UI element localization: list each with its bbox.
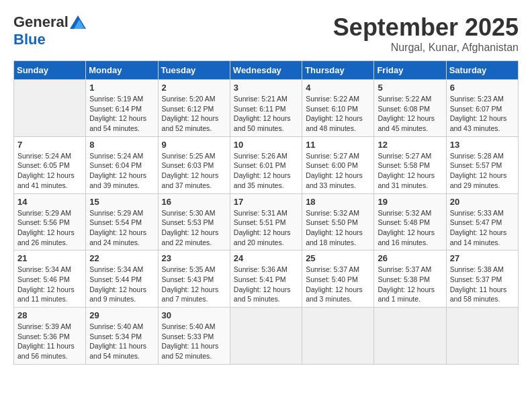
day-number: 24 <box>234 253 298 263</box>
weekday-header-monday: Monday <box>86 61 158 80</box>
calendar-week-4: 21Sunrise: 5:34 AM Sunset: 5:46 PM Dayli… <box>14 250 519 308</box>
day-number: 27 <box>450 253 515 263</box>
day-info: Sunrise: 5:19 AM Sunset: 6:14 PM Dayligh… <box>89 94 154 134</box>
calendar-cell: 11Sunrise: 5:27 AM Sunset: 6:00 PM Dayli… <box>302 136 374 193</box>
calendar-cell: 18Sunrise: 5:32 AM Sunset: 5:50 PM Dayli… <box>302 193 374 250</box>
calendar-cell: 28Sunrise: 5:39 AM Sunset: 5:36 PM Dayli… <box>14 308 86 365</box>
day-number: 6 <box>450 83 515 93</box>
day-info: Sunrise: 5:20 AM Sunset: 6:12 PM Dayligh… <box>162 94 226 134</box>
month-title: September 2025 <box>333 13 519 42</box>
weekday-header-saturday: Saturday <box>446 61 518 80</box>
calendar-cell: 13Sunrise: 5:28 AM Sunset: 5:57 PM Dayli… <box>446 136 518 193</box>
calendar-cell: 25Sunrise: 5:37 AM Sunset: 5:40 PM Dayli… <box>302 250 374 308</box>
calendar-cell: 12Sunrise: 5:27 AM Sunset: 5:58 PM Dayli… <box>374 136 446 193</box>
day-number: 30 <box>162 310 226 320</box>
weekday-header-wednesday: Wednesday <box>230 61 302 80</box>
day-info: Sunrise: 5:27 AM Sunset: 6:00 PM Dayligh… <box>306 151 370 191</box>
day-info: Sunrise: 5:21 AM Sunset: 6:11 PM Dayligh… <box>234 94 298 134</box>
day-number: 5 <box>378 83 442 93</box>
day-number: 14 <box>17 197 82 207</box>
calendar-cell: 24Sunrise: 5:36 AM Sunset: 5:41 PM Dayli… <box>230 250 302 308</box>
calendar-cell: 22Sunrise: 5:34 AM Sunset: 5:44 PM Dayli… <box>86 250 158 308</box>
day-number: 16 <box>162 197 226 207</box>
day-number: 7 <box>17 140 82 150</box>
day-number: 21 <box>17 253 82 263</box>
calendar-cell: 16Sunrise: 5:30 AM Sunset: 5:53 PM Dayli… <box>158 193 230 250</box>
day-info: Sunrise: 5:36 AM Sunset: 5:41 PM Dayligh… <box>234 265 298 304</box>
day-number: 15 <box>89 197 154 207</box>
calendar-week-2: 7Sunrise: 5:24 AM Sunset: 6:05 PM Daylig… <box>14 136 519 193</box>
day-info: Sunrise: 5:35 AM Sunset: 5:43 PM Dayligh… <box>162 265 226 304</box>
day-number: 17 <box>234 197 298 207</box>
logo: General Blue <box>13 13 86 48</box>
day-info: Sunrise: 5:24 AM Sunset: 6:05 PM Dayligh… <box>17 151 82 191</box>
day-info: Sunrise: 5:30 AM Sunset: 5:53 PM Dayligh… <box>162 208 226 248</box>
calendar-cell: 2Sunrise: 5:20 AM Sunset: 6:12 PM Daylig… <box>158 80 230 137</box>
calendar-cell <box>374 308 446 365</box>
day-number: 1 <box>89 83 154 93</box>
day-info: Sunrise: 5:27 AM Sunset: 5:58 PM Dayligh… <box>378 151 442 191</box>
weekday-header-thursday: Thursday <box>302 61 374 80</box>
logo-blue-text: Blue <box>13 31 46 48</box>
day-info: Sunrise: 5:25 AM Sunset: 6:03 PM Dayligh… <box>162 151 226 191</box>
calendar-cell: 23Sunrise: 5:35 AM Sunset: 5:43 PM Dayli… <box>158 250 230 308</box>
day-number: 9 <box>162 140 226 150</box>
calendar-cell: 9Sunrise: 5:25 AM Sunset: 6:03 PM Daylig… <box>158 136 230 193</box>
day-number: 3 <box>234 83 298 93</box>
day-number: 12 <box>378 140 442 150</box>
day-number: 22 <box>89 253 154 263</box>
day-info: Sunrise: 5:23 AM Sunset: 6:07 PM Dayligh… <box>450 94 515 134</box>
calendar-body: 1Sunrise: 5:19 AM Sunset: 6:14 PM Daylig… <box>14 80 519 365</box>
calendar-cell: 3Sunrise: 5:21 AM Sunset: 6:11 PM Daylig… <box>230 80 302 137</box>
calendar-cell <box>230 308 302 365</box>
day-info: Sunrise: 5:24 AM Sunset: 6:04 PM Dayligh… <box>89 151 154 191</box>
calendar-table: SundayMondayTuesdayWednesdayThursdayFrid… <box>13 60 519 365</box>
day-number: 4 <box>306 83 370 93</box>
calendar-cell: 30Sunrise: 5:40 AM Sunset: 5:33 PM Dayli… <box>158 308 230 365</box>
calendar-cell: 10Sunrise: 5:26 AM Sunset: 6:01 PM Dayli… <box>230 136 302 193</box>
day-number: 23 <box>162 253 226 263</box>
location-title: Nurgal, Kunar, Afghanistan <box>333 42 519 54</box>
day-info: Sunrise: 5:34 AM Sunset: 5:44 PM Dayligh… <box>89 265 154 304</box>
calendar-cell: 19Sunrise: 5:32 AM Sunset: 5:48 PM Dayli… <box>374 193 446 250</box>
calendar-cell: 1Sunrise: 5:19 AM Sunset: 6:14 PM Daylig… <box>86 80 158 137</box>
day-info: Sunrise: 5:29 AM Sunset: 5:54 PM Dayligh… <box>89 208 154 248</box>
weekday-header-tuesday: Tuesday <box>158 61 230 80</box>
day-info: Sunrise: 5:26 AM Sunset: 6:01 PM Dayligh… <box>234 151 298 191</box>
day-number: 20 <box>450 197 515 207</box>
calendar-cell: 29Sunrise: 5:40 AM Sunset: 5:34 PM Dayli… <box>86 308 158 365</box>
logo-icon <box>70 15 86 29</box>
calendar-cell: 21Sunrise: 5:34 AM Sunset: 5:46 PM Dayli… <box>14 250 86 308</box>
calendar-cell: 5Sunrise: 5:22 AM Sunset: 6:08 PM Daylig… <box>374 80 446 137</box>
day-info: Sunrise: 5:28 AM Sunset: 5:57 PM Dayligh… <box>450 151 515 191</box>
day-info: Sunrise: 5:33 AM Sunset: 5:47 PM Dayligh… <box>450 208 515 248</box>
calendar-cell <box>446 308 518 365</box>
calendar-cell: 14Sunrise: 5:29 AM Sunset: 5:56 PM Dayli… <box>14 193 86 250</box>
day-number: 25 <box>306 253 370 263</box>
day-number: 13 <box>450 140 515 150</box>
day-number: 26 <box>378 253 442 263</box>
day-info: Sunrise: 5:32 AM Sunset: 5:48 PM Dayligh… <box>378 208 442 248</box>
calendar-cell: 27Sunrise: 5:38 AM Sunset: 5:37 PM Dayli… <box>446 250 518 308</box>
calendar-cell: 7Sunrise: 5:24 AM Sunset: 6:05 PM Daylig… <box>14 136 86 193</box>
page-header: General Blue September 2025 Nurgal, Kuna… <box>13 13 519 54</box>
day-info: Sunrise: 5:32 AM Sunset: 5:50 PM Dayligh… <box>306 208 370 248</box>
day-info: Sunrise: 5:29 AM Sunset: 5:56 PM Dayligh… <box>17 208 82 248</box>
day-number: 28 <box>17 310 82 320</box>
day-info: Sunrise: 5:40 AM Sunset: 5:33 PM Dayligh… <box>162 322 226 361</box>
calendar-cell: 17Sunrise: 5:31 AM Sunset: 5:51 PM Dayli… <box>230 193 302 250</box>
day-info: Sunrise: 5:22 AM Sunset: 6:08 PM Dayligh… <box>378 94 442 134</box>
calendar-header-row: SundayMondayTuesdayWednesdayThursdayFrid… <box>14 61 519 80</box>
calendar-week-1: 1Sunrise: 5:19 AM Sunset: 6:14 PM Daylig… <box>14 80 519 137</box>
day-number: 18 <box>306 197 370 207</box>
day-info: Sunrise: 5:39 AM Sunset: 5:36 PM Dayligh… <box>17 322 82 361</box>
day-info: Sunrise: 5:31 AM Sunset: 5:51 PM Dayligh… <box>234 208 298 248</box>
day-info: Sunrise: 5:37 AM Sunset: 5:40 PM Dayligh… <box>306 265 370 304</box>
day-info: Sunrise: 5:22 AM Sunset: 6:10 PM Dayligh… <box>306 94 370 134</box>
day-number: 19 <box>378 197 442 207</box>
calendar-cell: 15Sunrise: 5:29 AM Sunset: 5:54 PM Dayli… <box>86 193 158 250</box>
day-info: Sunrise: 5:40 AM Sunset: 5:34 PM Dayligh… <box>89 322 154 361</box>
calendar-cell: 20Sunrise: 5:33 AM Sunset: 5:47 PM Dayli… <box>446 193 518 250</box>
day-number: 10 <box>234 140 298 150</box>
day-number: 2 <box>162 83 226 93</box>
